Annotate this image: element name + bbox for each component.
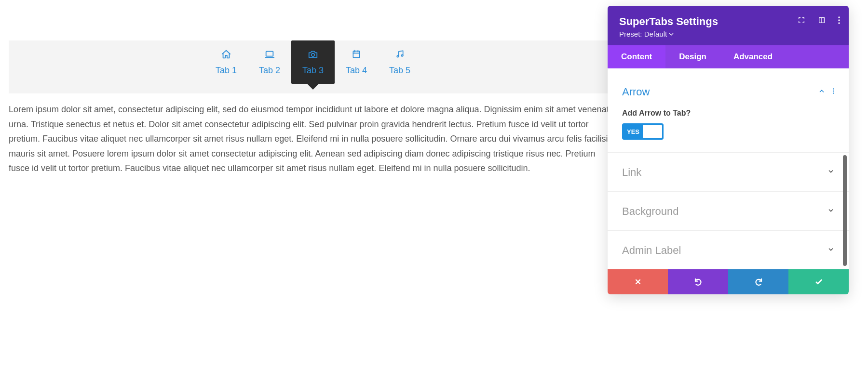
tab-3[interactable]: Tab 3 — [291, 40, 335, 84]
calendar-icon — [335, 49, 378, 61]
camera-icon — [291, 49, 335, 61]
svg-point-6 — [838, 16, 840, 18]
preset-selector[interactable]: Preset: Default — [619, 30, 674, 38]
chevron-down-icon — [827, 246, 834, 255]
panel-footer — [608, 269, 849, 294]
expand-icon[interactable] — [798, 16, 805, 24]
section-arrow: Arrow Add Arrow to Tab? YES — [608, 68, 849, 153]
layout-icon[interactable] — [818, 16, 826, 24]
tab-label: Tab 3 — [302, 66, 324, 75]
tab-label: Tab 2 — [259, 66, 280, 75]
svg-point-1 — [312, 53, 314, 56]
tab-content-settings[interactable]: Content — [608, 45, 665, 68]
chevron-up-icon — [818, 88, 825, 96]
section-admin-label-header[interactable]: Admin Label — [622, 244, 834, 257]
confirm-button[interactable] — [788, 269, 849, 294]
laptop-icon — [248, 49, 291, 61]
section-background-header[interactable]: Background — [622, 205, 834, 218]
chevron-down-icon — [827, 168, 834, 177]
scrollbar[interactable] — [843, 155, 847, 266]
panel-body: Arrow Add Arrow to Tab? YES Link Backg — [608, 68, 849, 269]
tabs-preview: Tab 1 Tab 2 Tab 3 Tab 4 Tab 5 Lore — [9, 40, 617, 176]
tab-content: Lorem ipsum dolor sit amet, consectetur … — [9, 93, 617, 176]
close-icon — [634, 278, 642, 286]
tab-4[interactable]: Tab 4 — [335, 40, 378, 76]
section-arrow-header[interactable]: Arrow — [622, 86, 834, 98]
svg-rect-2 — [353, 51, 359, 57]
tabstrip: Tab 1 Tab 2 Tab 3 Tab 4 Tab 5 — [9, 40, 617, 93]
toggle-value: YES — [627, 128, 639, 135]
preset-label: Preset: Default — [619, 30, 667, 38]
svg-point-10 — [833, 91, 834, 92]
tab-label: Tab 1 — [216, 66, 237, 75]
section-admin-label: Admin Label — [608, 231, 849, 269]
tab-5[interactable]: Tab 5 — [378, 40, 421, 76]
redo-icon — [754, 277, 763, 286]
tab-2[interactable]: Tab 2 — [248, 40, 291, 76]
chevron-down-icon — [669, 32, 674, 37]
music-icon — [378, 49, 421, 61]
section-link: Link — [608, 153, 849, 192]
svg-point-7 — [838, 19, 840, 21]
arrow-toggle[interactable]: YES — [622, 123, 664, 140]
tab-advanced-settings[interactable]: Advanced — [720, 45, 786, 68]
section-admin-label-title: Admin Label — [622, 244, 681, 257]
panel-tabs: Content Design Advanced — [608, 45, 849, 68]
section-link-title: Link — [622, 166, 641, 179]
more-icon[interactable] — [838, 16, 840, 24]
undo-button[interactable] — [668, 269, 728, 294]
tab-1[interactable]: Tab 1 — [204, 40, 248, 76]
svg-point-9 — [833, 88, 834, 89]
panel-header: SuperTabs Settings Preset: Default — [608, 6, 849, 45]
home-icon — [204, 49, 248, 61]
settings-panel: SuperTabs Settings Preset: Default Conte… — [608, 6, 849, 294]
svg-point-8 — [838, 22, 840, 24]
svg-point-4 — [401, 55, 403, 56]
section-background: Background — [608, 192, 849, 231]
tab-design-settings[interactable]: Design — [665, 45, 720, 68]
tab-label: Tab 4 — [346, 66, 367, 75]
redo-button[interactable] — [728, 269, 788, 294]
section-arrow-title: Arrow — [622, 86, 650, 98]
cancel-button[interactable] — [608, 269, 668, 294]
arrow-field-label: Add Arrow to Tab? — [622, 109, 834, 118]
tab-label: Tab 5 — [389, 66, 410, 75]
section-more-icon[interactable] — [833, 88, 834, 96]
check-icon — [814, 277, 823, 286]
section-link-header[interactable]: Link — [622, 166, 834, 179]
svg-point-11 — [833, 92, 834, 93]
undo-icon — [694, 277, 703, 286]
svg-rect-0 — [266, 52, 273, 56]
chevron-down-icon — [827, 207, 834, 216]
svg-point-3 — [397, 55, 398, 57]
section-background-title: Background — [622, 205, 678, 218]
toggle-knob — [643, 125, 662, 138]
